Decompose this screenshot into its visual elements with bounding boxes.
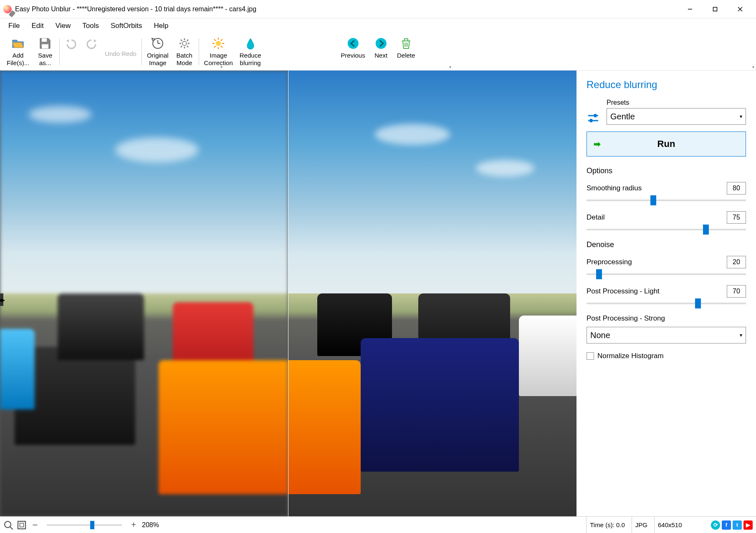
svg-line-15 — [214, 39, 216, 41]
svg-line-16 — [221, 46, 223, 48]
gear-icon — [178, 37, 191, 50]
app-icon — [3, 5, 12, 13]
droplet-icon — [244, 37, 257, 50]
menu-view[interactable]: View — [51, 19, 76, 33]
original-image-button[interactable]: Original Image — [144, 35, 172, 68]
panel-title: Reduce blurring — [587, 79, 746, 91]
svg-line-17 — [221, 39, 223, 41]
zoom-actual-button[interactable] — [3, 520, 13, 530]
toolbar: Add File(s)... Save as... Undo Redo Orig… — [0, 33, 756, 71]
menubar: File Edit View Tools SoftOrbits Help — [0, 18, 756, 33]
menu-tools[interactable]: Tools — [77, 19, 104, 33]
preprocessing-group: Preprocessing — [587, 256, 746, 275]
presets-label: Presets — [607, 99, 746, 106]
reduce-blurring-button[interactable]: Reduce blurring — [236, 35, 265, 68]
menu-edit[interactable]: Edit — [26, 19, 48, 33]
svg-rect-1 — [713, 7, 717, 11]
redo-button[interactable] — [81, 35, 101, 52]
detail-slider[interactable] — [587, 229, 746, 230]
zoom-slider[interactable] — [47, 524, 122, 526]
menu-file[interactable]: File — [3, 19, 25, 33]
divider-handle[interactable]: ◂▸ — [0, 293, 3, 306]
batch-mode-button[interactable]: Batch Mode — [172, 35, 197, 68]
smoothing-radius-input[interactable] — [727, 182, 746, 195]
post-light-input[interactable] — [727, 285, 746, 298]
arrow-left-icon — [346, 37, 359, 50]
sliders-icon — [587, 111, 600, 125]
preprocessing-input[interactable] — [727, 256, 746, 268]
undo-label: Undo — [105, 50, 120, 58]
status-format: JPG — [632, 517, 651, 533]
menu-softorbits[interactable]: SoftOrbits — [106, 19, 147, 33]
detail-group: Detail — [587, 211, 746, 230]
toolbar-overflow-center[interactable]: ▾ — [449, 65, 451, 69]
toolbar-overflow-right[interactable]: ▾ — [752, 65, 754, 69]
folder-open-icon — [11, 37, 25, 50]
status-time: Time (s): 0.0 — [586, 517, 628, 533]
smoothing-radius-group: Smoothing radius — [587, 182, 746, 201]
svg-point-9 — [182, 41, 187, 45]
preprocessing-label: Preprocessing — [587, 258, 632, 266]
run-arrow-icon: ➡ — [594, 139, 601, 149]
twitter-icon[interactable]: t — [733, 520, 742, 530]
presets-dropdown[interactable]: Gentle — [607, 108, 746, 125]
undo-button[interactable] — [61, 35, 81, 52]
detail-input[interactable] — [727, 211, 746, 224]
right-panel: Reduce blurring Presets Gentle ➡ Run Opt… — [576, 71, 756, 516]
maximize-button[interactable] — [703, 0, 728, 18]
menu-help[interactable]: Help — [149, 19, 174, 33]
svg-line-18 — [214, 46, 216, 48]
clock-icon — [151, 37, 164, 50]
svg-rect-29 — [590, 119, 592, 122]
svg-point-30 — [5, 521, 11, 528]
trash-icon — [399, 37, 413, 50]
status-dimensions: 640x510 — [654, 517, 704, 533]
options-label: Options — [587, 167, 746, 175]
svg-point-20 — [376, 38, 387, 49]
after-image — [288, 71, 576, 516]
zoom-in-button[interactable]: + — [129, 520, 139, 530]
close-button[interactable] — [728, 0, 753, 18]
svg-point-19 — [347, 38, 358, 49]
add-files-button[interactable]: Add File(s)... — [3, 35, 33, 68]
save-as-button[interactable]: Save as... — [33, 35, 58, 68]
run-button[interactable]: ➡ Run — [587, 131, 746, 157]
zoom-fit-button[interactable] — [17, 520, 27, 530]
svg-rect-33 — [20, 523, 24, 527]
normalize-label: Normalize Histogram — [597, 352, 664, 360]
redo-icon — [85, 37, 98, 50]
post-light-slider[interactable] — [587, 303, 746, 304]
facebook-icon[interactable]: f — [722, 520, 731, 530]
next-button[interactable]: Next — [369, 35, 394, 61]
svg-rect-22 — [405, 39, 408, 41]
post-strong-label: Post Processing - Strong — [587, 314, 746, 323]
post-light-group: Post Processing - Light — [587, 285, 746, 304]
image-correction-button[interactable]: Image Correction — [201, 35, 236, 68]
normalize-checkbox[interactable] — [587, 352, 594, 360]
brightness-icon — [212, 37, 225, 50]
titlebar: Easy Photo Unblur - ****Unregistered ver… — [0, 0, 756, 18]
svg-point-10 — [216, 41, 221, 46]
zoom-value: 208% — [142, 521, 159, 529]
post-light-label: Post Processing - Light — [587, 287, 660, 296]
toolbar-overflow-left[interactable]: ▾ — [220, 65, 223, 69]
zoom-out-button[interactable]: − — [30, 520, 40, 530]
smoothing-radius-label: Smoothing radius — [587, 184, 642, 192]
image-comparison-view[interactable]: ◂▸ — [0, 71, 576, 516]
before-image — [0, 71, 288, 516]
svg-rect-27 — [594, 114, 597, 117]
youtube-icon[interactable]: ▶ — [743, 520, 753, 530]
previous-button[interactable]: Previous — [337, 35, 368, 61]
undo-icon — [65, 37, 78, 50]
delete-button[interactable]: Delete — [394, 35, 419, 61]
comparison-divider[interactable]: ◂▸ — [288, 71, 288, 516]
share-icon[interactable]: ⟳ — [711, 520, 720, 530]
svg-line-31 — [10, 527, 13, 529]
arrow-right-icon — [374, 37, 388, 50]
post-strong-dropdown[interactable]: None — [587, 327, 746, 344]
minimize-button[interactable] — [678, 0, 703, 18]
detail-label: Detail — [587, 213, 604, 222]
smoothing-radius-slider[interactable] — [587, 200, 746, 201]
preprocessing-slider[interactable] — [587, 273, 746, 275]
save-icon — [38, 37, 52, 50]
